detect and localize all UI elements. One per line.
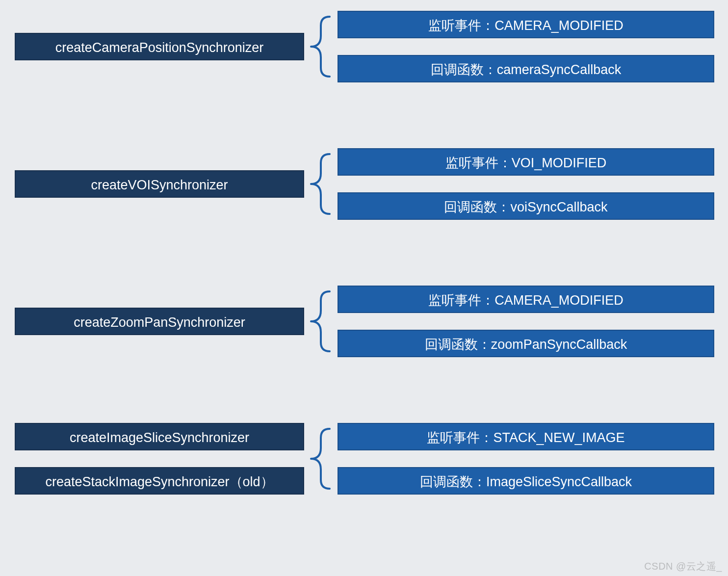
left-col-zoom-pan: createZoomPanSynchronizer bbox=[15, 308, 304, 335]
image-slice-event-box: 监听事件：STACK_NEW_IMAGE bbox=[338, 423, 714, 450]
right-col-zoom-pan: 监听事件：CAMERA_MODIFIED回调函数：zoomPanSyncCall… bbox=[338, 286, 714, 357]
image-slice-callback-box: 回调函数：ImageSliceSyncCallback bbox=[338, 467, 714, 495]
zoom-pan-event-box-label: 监听事件： bbox=[428, 293, 494, 308]
zoom-pan-callback-box-label: 回调函数： bbox=[425, 337, 491, 352]
zoom-pan-callback-box: 回调函数：zoomPanSyncCallback bbox=[338, 330, 714, 357]
brace-image-slice bbox=[310, 423, 338, 495]
group-image-slice: createImageSliceSynchronizercreateStackI… bbox=[0, 423, 728, 495]
voi-callback-box: 回调函数：voiSyncCallback bbox=[338, 192, 714, 220]
zoom-pan-event-box: 监听事件：CAMERA_MODIFIED bbox=[338, 286, 714, 313]
stack-image-sync-box: createStackImageSynchronizer（old） bbox=[15, 467, 304, 495]
right-col-voi: 监听事件：VOI_MODIFIED回调函数：voiSyncCallback bbox=[338, 148, 714, 220]
left-col-voi: createVOISynchronizer bbox=[15, 170, 304, 198]
zoom-pan-sync-box: createZoomPanSynchronizer bbox=[15, 308, 304, 335]
right-col-camera-position: 监听事件：CAMERA_MODIFIED回调函数：cameraSyncCallb… bbox=[338, 11, 714, 82]
voi-event-box-label: 监听事件： bbox=[445, 156, 512, 170]
voi-event-box-value: VOI_MODIFIED bbox=[512, 156, 607, 170]
group-voi: createVOISynchronizer 监听事件：VOI_MODIFIED回… bbox=[0, 148, 728, 220]
voi-event-box: 监听事件：VOI_MODIFIED bbox=[338, 148, 714, 176]
group-zoom-pan: createZoomPanSynchronizer 监听事件：CAMERA_MO… bbox=[0, 286, 728, 357]
camera-position-callback-box-label: 回调函数： bbox=[431, 62, 497, 77]
watermark: CSDN @云之遥_ bbox=[644, 560, 722, 573]
camera-position-callback-box: 回调函数：cameraSyncCallback bbox=[338, 55, 714, 82]
left-col-image-slice: createImageSliceSynchronizercreateStackI… bbox=[15, 423, 304, 495]
image-slice-callback-box-label: 回调函数： bbox=[420, 474, 486, 489]
image-slice-event-box-value: STACK_NEW_IMAGE bbox=[493, 430, 624, 445]
camera-position-callback-box-value: cameraSyncCallback bbox=[497, 62, 622, 77]
image-slice-event-box-label: 监听事件： bbox=[427, 430, 493, 445]
image-slice-sync-box: createImageSliceSynchronizer bbox=[15, 423, 304, 450]
brace-zoom-pan bbox=[310, 286, 338, 357]
left-col-camera-position: createCameraPositionSynchronizer bbox=[15, 33, 304, 60]
camera-position-sync-box: createCameraPositionSynchronizer bbox=[15, 33, 304, 60]
zoom-pan-callback-box-value: zoomPanSyncCallback bbox=[491, 337, 627, 352]
brace-camera-position bbox=[310, 11, 338, 82]
voi-callback-box-label: 回调函数： bbox=[444, 200, 510, 214]
camera-position-event-box: 监听事件：CAMERA_MODIFIED bbox=[338, 11, 714, 38]
zoom-pan-event-box-value: CAMERA_MODIFIED bbox=[494, 293, 624, 308]
right-col-image-slice: 监听事件：STACK_NEW_IMAGE回调函数：ImageSliceSyncC… bbox=[338, 423, 714, 495]
camera-position-event-box-value: CAMERA_MODIFIED bbox=[494, 18, 624, 33]
camera-position-event-box-label: 监听事件： bbox=[428, 18, 494, 33]
brace-voi bbox=[310, 148, 338, 220]
group-camera-position: createCameraPositionSynchronizer 监听事件：CA… bbox=[0, 11, 728, 82]
image-slice-callback-box-value: ImageSliceSyncCallback bbox=[486, 474, 632, 489]
voi-sync-box: createVOISynchronizer bbox=[15, 170, 304, 198]
voi-callback-box-value: voiSyncCallback bbox=[510, 200, 607, 214]
